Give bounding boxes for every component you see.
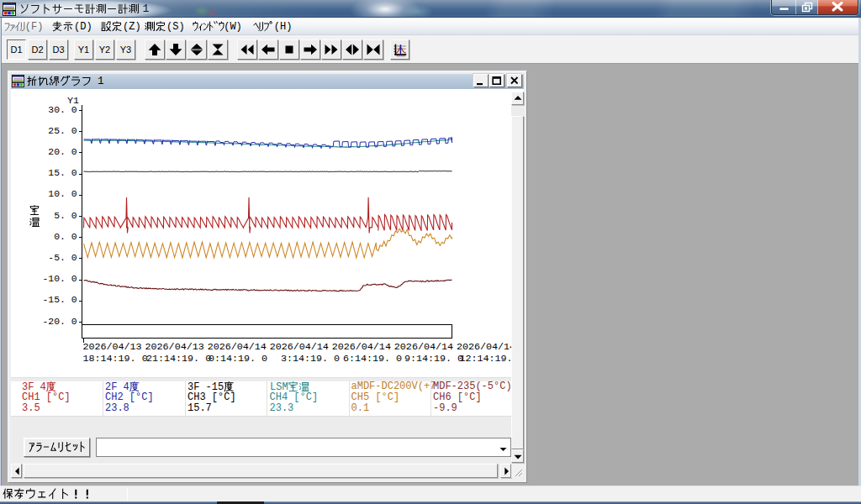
svg-text:(S): (S) (166, 21, 183, 33)
svg-text:(W): (W) (224, 21, 242, 33)
svg-text:1: 1 (142, 3, 149, 15)
svg-text:(D): (D) (74, 21, 91, 33)
svg-text:(F): (F) (25, 21, 42, 33)
svg-text:(H): (H) (273, 21, 291, 33)
svg-text:1: 1 (98, 76, 104, 87)
svg-text:(Z): (Z) (123, 21, 140, 33)
